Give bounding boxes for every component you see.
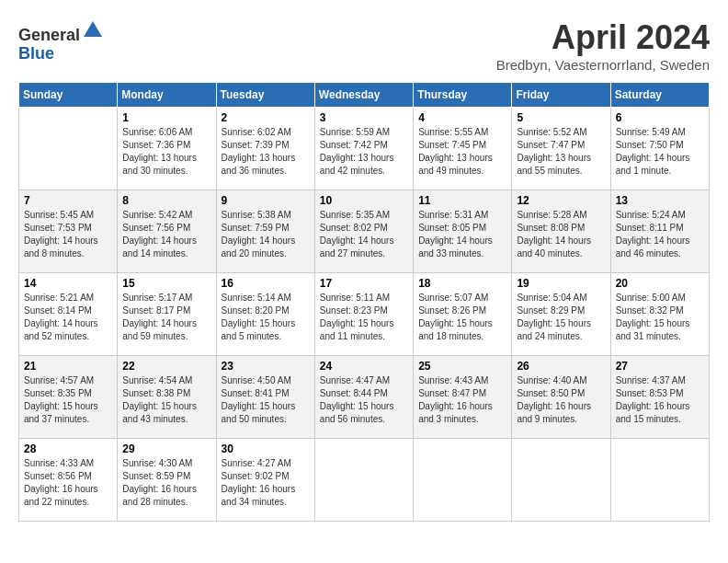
day-number: 7 <box>24 194 112 207</box>
col-header-friday: Friday <box>512 83 610 108</box>
day-info: Sunrise: 5:21 AMSunset: 8:14 PMDaylight:… <box>24 292 112 343</box>
col-header-saturday: Saturday <box>610 83 709 108</box>
day-info: Sunrise: 5:52 AMSunset: 7:47 PMDaylight:… <box>517 126 605 178</box>
logo-blue: Blue <box>18 44 54 63</box>
day-info: Sunrise: 5:35 AMSunset: 8:02 PMDaylight:… <box>320 209 408 260</box>
calendar-table: SundayMondayTuesdayWednesdayThursdayFrid… <box>18 82 710 522</box>
day-info: Sunrise: 5:11 AMSunset: 8:23 PMDaylight:… <box>320 292 408 343</box>
day-info: Sunrise: 5:17 AMSunset: 8:17 PMDaylight:… <box>122 292 210 343</box>
calendar-cell: 18Sunrise: 5:07 AMSunset: 8:26 PMDayligh… <box>414 273 512 356</box>
calendar-cell: 27Sunrise: 4:37 AMSunset: 8:53 PMDayligh… <box>610 356 709 439</box>
calendar-cell: 28Sunrise: 4:33 AMSunset: 8:56 PMDayligh… <box>19 439 118 522</box>
calendar-cell <box>512 439 610 522</box>
calendar-cell: 5Sunrise: 5:52 AMSunset: 7:47 PMDaylight… <box>512 108 610 190</box>
calendar-cell <box>314 439 413 522</box>
day-info: Sunrise: 5:45 AMSunset: 7:53 PMDaylight:… <box>24 209 112 260</box>
day-number: 15 <box>122 277 210 290</box>
calendar-cell: 11Sunrise: 5:31 AMSunset: 8:05 PMDayligh… <box>414 190 512 273</box>
day-info: Sunrise: 4:54 AMSunset: 8:38 PMDaylight:… <box>122 374 210 426</box>
title-block: April 2024 Bredbyn, Vaesternorrland, Swe… <box>496 18 710 73</box>
calendar-cell: 30Sunrise: 4:27 AMSunset: 9:02 PMDayligh… <box>216 439 314 522</box>
day-number: 2 <box>222 111 310 124</box>
day-number: 11 <box>418 194 506 207</box>
calendar-cell: 26Sunrise: 4:40 AMSunset: 8:50 PMDayligh… <box>512 356 610 439</box>
calendar-week-row: 28Sunrise: 4:33 AMSunset: 8:56 PMDayligh… <box>19 439 710 522</box>
day-info: Sunrise: 5:00 AMSunset: 8:32 PMDaylight:… <box>616 292 704 343</box>
day-info: Sunrise: 5:14 AMSunset: 8:20 PMDaylight:… <box>222 292 310 343</box>
logo: General Blue <box>18 18 104 63</box>
calendar-week-row: 14Sunrise: 5:21 AMSunset: 8:14 PMDayligh… <box>19 273 710 356</box>
day-number: 16 <box>222 277 310 290</box>
day-number: 10 <box>320 194 408 207</box>
day-info: Sunrise: 4:37 AMSunset: 8:53 PMDaylight:… <box>616 374 704 426</box>
day-number: 18 <box>418 277 506 290</box>
day-info: Sunrise: 4:50 AMSunset: 8:41 PMDaylight:… <box>222 374 310 426</box>
calendar-cell: 8Sunrise: 5:42 AMSunset: 7:56 PMDaylight… <box>118 190 216 273</box>
day-info: Sunrise: 5:55 AMSunset: 7:45 PMDaylight:… <box>418 126 506 178</box>
day-number: 6 <box>616 111 704 124</box>
calendar-cell: 25Sunrise: 4:43 AMSunset: 8:47 PMDayligh… <box>414 356 512 439</box>
svg-marker-0 <box>84 21 102 37</box>
day-number: 20 <box>616 277 704 290</box>
calendar-week-row: 7Sunrise: 5:45 AMSunset: 7:53 PMDaylight… <box>19 190 710 273</box>
calendar-cell: 15Sunrise: 5:17 AMSunset: 8:17 PMDayligh… <box>118 273 216 356</box>
calendar-week-row: 1Sunrise: 6:06 AMSunset: 7:36 PMDaylight… <box>19 108 710 190</box>
month-title: April 2024 <box>496 18 710 57</box>
day-number: 13 <box>616 194 704 207</box>
day-number: 5 <box>517 111 605 124</box>
day-number: 27 <box>616 360 704 373</box>
calendar-cell <box>610 439 709 522</box>
day-info: Sunrise: 4:47 AMSunset: 8:44 PMDaylight:… <box>320 374 408 426</box>
calendar-cell: 6Sunrise: 5:49 AMSunset: 7:50 PMDaylight… <box>610 108 709 190</box>
day-info: Sunrise: 5:42 AMSunset: 7:56 PMDaylight:… <box>122 209 210 260</box>
calendar-cell <box>414 439 512 522</box>
calendar-cell: 7Sunrise: 5:45 AMSunset: 7:53 PMDaylight… <box>19 190 118 273</box>
day-info: Sunrise: 5:04 AMSunset: 8:29 PMDaylight:… <box>517 292 605 343</box>
col-header-wednesday: Wednesday <box>314 83 413 108</box>
day-number: 26 <box>517 360 605 373</box>
calendar-header-row: SundayMondayTuesdayWednesdayThursdayFrid… <box>19 83 710 108</box>
calendar-cell: 14Sunrise: 5:21 AMSunset: 8:14 PMDayligh… <box>19 273 118 356</box>
day-info: Sunrise: 5:28 AMSunset: 8:08 PMDaylight:… <box>517 209 605 260</box>
calendar-cell: 2Sunrise: 6:02 AMSunset: 7:39 PMDaylight… <box>216 108 314 190</box>
calendar-cell: 29Sunrise: 4:30 AMSunset: 8:59 PMDayligh… <box>118 439 216 522</box>
calendar-cell: 1Sunrise: 6:06 AMSunset: 7:36 PMDaylight… <box>118 108 216 190</box>
day-number: 21 <box>24 360 112 373</box>
col-header-sunday: Sunday <box>19 83 118 108</box>
day-number: 22 <box>122 360 210 373</box>
col-header-tuesday: Tuesday <box>216 83 314 108</box>
day-number: 25 <box>418 360 506 373</box>
day-info: Sunrise: 6:02 AMSunset: 7:39 PMDaylight:… <box>222 126 310 178</box>
day-info: Sunrise: 4:57 AMSunset: 8:35 PMDaylight:… <box>24 374 112 426</box>
day-info: Sunrise: 5:24 AMSunset: 8:11 PMDaylight:… <box>616 209 704 260</box>
calendar-cell: 12Sunrise: 5:28 AMSunset: 8:08 PMDayligh… <box>512 190 610 273</box>
calendar-cell: 20Sunrise: 5:00 AMSunset: 8:32 PMDayligh… <box>610 273 709 356</box>
day-info: Sunrise: 5:59 AMSunset: 7:42 PMDaylight:… <box>320 126 408 178</box>
day-number: 29 <box>122 442 210 455</box>
day-number: 1 <box>122 111 210 124</box>
calendar-cell: 4Sunrise: 5:55 AMSunset: 7:45 PMDaylight… <box>414 108 512 190</box>
calendar-cell: 19Sunrise: 5:04 AMSunset: 8:29 PMDayligh… <box>512 273 610 356</box>
calendar-cell: 16Sunrise: 5:14 AMSunset: 8:20 PMDayligh… <box>216 273 314 356</box>
calendar-cell: 23Sunrise: 4:50 AMSunset: 8:41 PMDayligh… <box>216 356 314 439</box>
day-number: 3 <box>320 111 408 124</box>
day-number: 23 <box>222 360 310 373</box>
calendar-cell: 3Sunrise: 5:59 AMSunset: 7:42 PMDaylight… <box>314 108 413 190</box>
day-number: 4 <box>418 111 506 124</box>
day-info: Sunrise: 4:40 AMSunset: 8:50 PMDaylight:… <box>517 374 605 426</box>
day-info: Sunrise: 5:38 AMSunset: 7:59 PMDaylight:… <box>222 209 310 260</box>
day-number: 28 <box>24 442 112 455</box>
day-number: 30 <box>222 442 310 455</box>
day-number: 12 <box>517 194 605 207</box>
day-info: Sunrise: 6:06 AMSunset: 7:36 PMDaylight:… <box>122 126 210 178</box>
calendar-cell <box>19 108 118 190</box>
col-header-monday: Monday <box>118 83 216 108</box>
calendar-cell: 13Sunrise: 5:24 AMSunset: 8:11 PMDayligh… <box>610 190 709 273</box>
day-number: 17 <box>320 277 408 290</box>
day-number: 9 <box>222 194 310 207</box>
col-header-thursday: Thursday <box>414 83 512 108</box>
day-number: 24 <box>320 360 408 373</box>
logo-general: General <box>18 26 80 44</box>
calendar-cell: 22Sunrise: 4:54 AMSunset: 8:38 PMDayligh… <box>118 356 216 439</box>
calendar-cell: 10Sunrise: 5:35 AMSunset: 8:02 PMDayligh… <box>314 190 413 273</box>
